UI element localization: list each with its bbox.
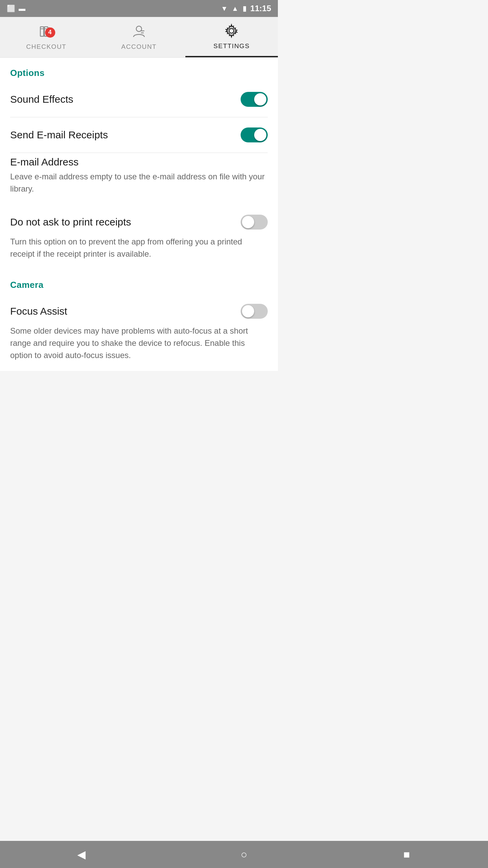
status-bar: ⬜ ▬ ▼ ▲ ▮ 11:15 bbox=[0, 0, 278, 17]
email-address-description: Leave e-mail address empty to use the e-… bbox=[10, 168, 268, 204]
focus-assist-label: Focus Assist bbox=[10, 305, 67, 317]
tab-settings[interactable]: SETTINGS bbox=[185, 17, 278, 57]
signal-icon: ▲ bbox=[232, 5, 239, 13]
status-left-icons: ⬜ ▬ bbox=[7, 4, 25, 13]
sound-effects-knob bbox=[254, 93, 266, 105]
send-email-receipts-knob bbox=[254, 129, 266, 141]
do-not-print-toggle[interactable] bbox=[241, 215, 268, 230]
svg-rect-0 bbox=[40, 27, 44, 36]
send-email-receipts-row: Send E-mail Receipts bbox=[10, 117, 268, 153]
checkout-label: CHECKOUT bbox=[26, 43, 66, 51]
settings-icon bbox=[224, 23, 239, 40]
sound-effects-row: Sound Effects bbox=[10, 82, 268, 117]
account-label: ACCOUNT bbox=[121, 43, 157, 51]
options-section-header: Options bbox=[10, 58, 268, 82]
email-address-section: E-mail Address Leave e-mail address empt… bbox=[10, 153, 268, 204]
sound-effects-toggle[interactable] bbox=[241, 92, 268, 107]
svg-point-10 bbox=[229, 28, 234, 33]
do-not-print-description: Turn this option on to prevent the app f… bbox=[10, 233, 268, 270]
settings-content: Options Sound Effects Send E-mail Receip… bbox=[0, 58, 278, 371]
send-email-receipts-toggle[interactable] bbox=[241, 127, 268, 142]
camera-section-header: Camera bbox=[10, 270, 268, 294]
settings-label: SETTINGS bbox=[214, 42, 250, 50]
account-icon bbox=[131, 24, 146, 41]
do-not-print-knob bbox=[242, 216, 254, 228]
sim-icon: ⬜ bbox=[7, 4, 15, 13]
status-time: 11:15 bbox=[250, 4, 271, 13]
email-address-label: E-mail Address bbox=[10, 156, 79, 167]
sd-card-icon: ▬ bbox=[19, 5, 25, 13]
focus-assist-description: Some older devices may have problems wit… bbox=[10, 322, 268, 371]
tab-bar: 4 CHECKOUT ACCOUNT SETTINGS bbox=[0, 17, 278, 58]
checkout-badge: 4 bbox=[45, 27, 55, 38]
tab-checkout[interactable]: 4 CHECKOUT bbox=[0, 17, 93, 57]
sound-effects-label: Sound Effects bbox=[10, 94, 73, 105]
do-not-print-row: Do not ask to print receipts bbox=[10, 204, 268, 233]
wifi-icon: ▼ bbox=[221, 5, 228, 13]
focus-assist-knob bbox=[242, 305, 254, 317]
tab-account[interactable]: ACCOUNT bbox=[93, 17, 185, 57]
battery-icon: ▮ bbox=[243, 4, 246, 13]
do-not-print-label: Do not ask to print receipts bbox=[10, 216, 131, 228]
svg-point-7 bbox=[136, 26, 142, 32]
focus-assist-row: Focus Assist bbox=[10, 294, 268, 322]
focus-assist-toggle[interactable] bbox=[241, 304, 268, 319]
send-email-receipts-label: Send E-mail Receipts bbox=[10, 129, 108, 141]
status-right-icons: ▼ ▲ ▮ 11:15 bbox=[221, 4, 271, 13]
